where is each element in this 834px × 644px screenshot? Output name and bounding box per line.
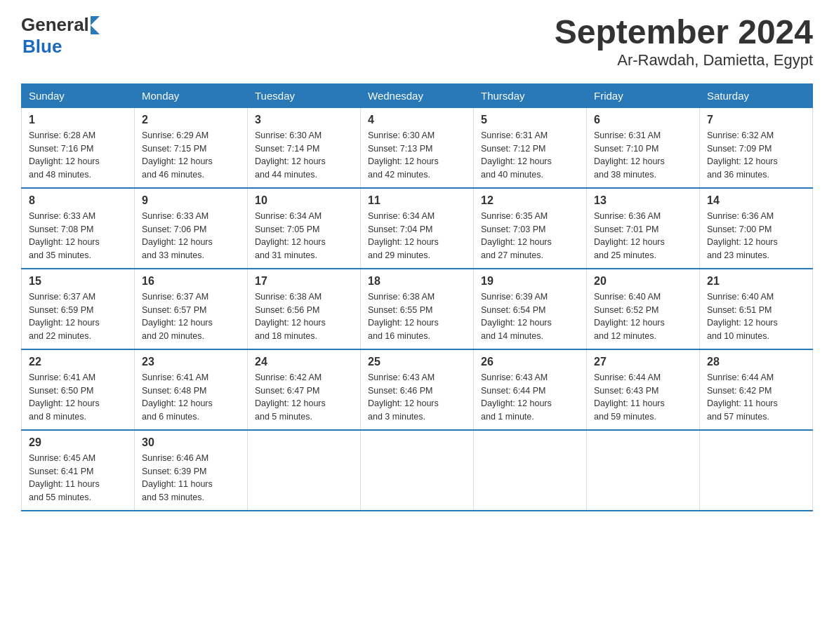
day-info: Sunrise: 6:31 AMSunset: 7:10 PMDaylight:… — [594, 129, 692, 182]
day-info: Sunrise: 6:34 AMSunset: 7:05 PMDaylight:… — [255, 210, 353, 262]
day-info: Sunrise: 6:38 AMSunset: 6:55 PMDaylight:… — [368, 290, 466, 343]
calendar-cell — [700, 430, 813, 511]
calendar-cell: 13Sunrise: 6:36 AMSunset: 7:01 PMDayligh… — [587, 188, 700, 269]
calendar-cell: 18Sunrise: 6:38 AMSunset: 6:55 PMDayligh… — [361, 269, 474, 349]
calendar-cell: 15Sunrise: 6:37 AMSunset: 6:59 PMDayligh… — [22, 269, 135, 349]
day-number: 2 — [142, 114, 240, 126]
day-info: Sunrise: 6:43 AMSunset: 6:46 PMDaylight:… — [368, 371, 466, 424]
day-number: 14 — [707, 194, 805, 207]
calendar-cell: 9Sunrise: 6:33 AMSunset: 7:06 PMDaylight… — [135, 188, 248, 269]
day-info: Sunrise: 6:46 AMSunset: 6:39 PMDaylight:… — [142, 452, 240, 504]
calendar-cell: 28Sunrise: 6:44 AMSunset: 6:42 PMDayligh… — [700, 349, 813, 430]
day-info: Sunrise: 6:33 AMSunset: 7:08 PMDaylight:… — [29, 210, 127, 262]
header-wednesday: Wednesday — [361, 83, 474, 107]
day-number: 24 — [255, 356, 353, 368]
day-info: Sunrise: 6:32 AMSunset: 7:09 PMDaylight:… — [707, 129, 805, 182]
header-friday: Friday — [587, 83, 700, 107]
day-info: Sunrise: 6:30 AMSunset: 7:13 PMDaylight:… — [368, 129, 466, 182]
logo: General Blue — [21, 14, 100, 58]
calendar-cell: 1Sunrise: 6:28 AMSunset: 7:16 PMDaylight… — [22, 107, 135, 188]
day-info: Sunrise: 6:41 AMSunset: 6:48 PMDaylight:… — [142, 371, 240, 424]
day-number: 5 — [481, 114, 579, 126]
day-info: Sunrise: 6:39 AMSunset: 6:54 PMDaylight:… — [481, 290, 579, 343]
day-number: 3 — [255, 114, 353, 126]
logo-general-text: General — [21, 14, 89, 36]
day-info: Sunrise: 6:45 AMSunset: 6:41 PMDaylight:… — [29, 452, 127, 504]
calendar-cell: 21Sunrise: 6:40 AMSunset: 6:51 PMDayligh… — [700, 269, 813, 349]
day-number: 15 — [29, 275, 127, 288]
calendar-cell: 5Sunrise: 6:31 AMSunset: 7:12 PMDaylight… — [474, 107, 587, 188]
day-number: 27 — [594, 356, 692, 368]
calendar-cell: 3Sunrise: 6:30 AMSunset: 7:14 PMDaylight… — [248, 107, 361, 188]
logo-blue-text: Blue — [22, 36, 62, 58]
calendar-cell: 6Sunrise: 6:31 AMSunset: 7:10 PMDaylight… — [587, 107, 700, 188]
day-number: 13 — [594, 194, 692, 207]
calendar-cell — [248, 430, 361, 511]
day-number: 4 — [368, 114, 466, 126]
header-thursday: Thursday — [474, 83, 587, 107]
day-number: 12 — [481, 194, 579, 207]
day-info: Sunrise: 6:37 AMSunset: 6:57 PMDaylight:… — [142, 290, 240, 343]
day-number: 26 — [481, 356, 579, 368]
day-info: Sunrise: 6:40 AMSunset: 6:52 PMDaylight:… — [594, 290, 692, 343]
day-number: 29 — [29, 436, 127, 449]
calendar-cell: 22Sunrise: 6:41 AMSunset: 6:50 PMDayligh… — [22, 349, 135, 430]
calendar-cell — [587, 430, 700, 511]
day-info: Sunrise: 6:40 AMSunset: 6:51 PMDaylight:… — [707, 290, 805, 343]
day-info: Sunrise: 6:36 AMSunset: 7:01 PMDaylight:… — [594, 210, 692, 262]
day-info: Sunrise: 6:38 AMSunset: 6:56 PMDaylight:… — [255, 290, 353, 343]
day-info: Sunrise: 6:31 AMSunset: 7:12 PMDaylight:… — [481, 129, 579, 182]
calendar-cell: 16Sunrise: 6:37 AMSunset: 6:57 PMDayligh… — [135, 269, 248, 349]
calendar-week-row: 22Sunrise: 6:41 AMSunset: 6:50 PMDayligh… — [22, 349, 813, 430]
calendar-cell: 8Sunrise: 6:33 AMSunset: 7:08 PMDaylight… — [22, 188, 135, 269]
day-number: 23 — [142, 356, 240, 368]
day-number: 19 — [481, 275, 579, 288]
day-number: 30 — [142, 436, 240, 449]
day-info: Sunrise: 6:42 AMSunset: 6:47 PMDaylight:… — [255, 371, 353, 424]
day-info: Sunrise: 6:41 AMSunset: 6:50 PMDaylight:… — [29, 371, 127, 424]
day-info: Sunrise: 6:43 AMSunset: 6:44 PMDaylight:… — [481, 371, 579, 424]
calendar-cell: 7Sunrise: 6:32 AMSunset: 7:09 PMDaylight… — [700, 107, 813, 188]
day-number: 6 — [594, 114, 692, 126]
header-monday: Monday — [135, 83, 248, 107]
day-number: 9 — [142, 194, 240, 207]
calendar-cell: 10Sunrise: 6:34 AMSunset: 7:05 PMDayligh… — [248, 188, 361, 269]
calendar-cell: 30Sunrise: 6:46 AMSunset: 6:39 PMDayligh… — [135, 430, 248, 511]
day-number: 17 — [255, 275, 353, 288]
calendar-cell — [474, 430, 587, 511]
calendar-week-row: 1Sunrise: 6:28 AMSunset: 7:16 PMDaylight… — [22, 107, 813, 188]
day-info: Sunrise: 6:33 AMSunset: 7:06 PMDaylight:… — [142, 210, 240, 262]
day-info: Sunrise: 6:36 AMSunset: 7:00 PMDaylight:… — [707, 210, 805, 262]
title-block: September 2024 Ar-Rawdah, Damietta, Egyp… — [555, 14, 813, 69]
calendar-cell: 29Sunrise: 6:45 AMSunset: 6:41 PMDayligh… — [22, 430, 135, 511]
calendar-cell: 17Sunrise: 6:38 AMSunset: 6:56 PMDayligh… — [248, 269, 361, 349]
day-number: 20 — [594, 275, 692, 288]
day-number: 7 — [707, 114, 805, 126]
day-number: 16 — [142, 275, 240, 288]
day-info: Sunrise: 6:44 AMSunset: 6:42 PMDaylight:… — [707, 371, 805, 424]
calendar-cell: 2Sunrise: 6:29 AMSunset: 7:15 PMDaylight… — [135, 107, 248, 188]
day-number: 18 — [368, 275, 466, 288]
calendar-header-row: SundayMondayTuesdayWednesdayThursdayFrid… — [22, 83, 813, 107]
day-number: 28 — [707, 356, 805, 368]
calendar-week-row: 15Sunrise: 6:37 AMSunset: 6:59 PMDayligh… — [22, 269, 813, 349]
day-number: 11 — [368, 194, 466, 207]
day-info: Sunrise: 6:34 AMSunset: 7:04 PMDaylight:… — [368, 210, 466, 262]
day-info: Sunrise: 6:30 AMSunset: 7:14 PMDaylight:… — [255, 129, 353, 182]
day-info: Sunrise: 6:37 AMSunset: 6:59 PMDaylight:… — [29, 290, 127, 343]
header-sunday: Sunday — [22, 83, 135, 107]
day-info: Sunrise: 6:35 AMSunset: 7:03 PMDaylight:… — [481, 210, 579, 262]
calendar-table: SundayMondayTuesdayWednesdayThursdayFrid… — [21, 83, 813, 511]
day-number: 25 — [368, 356, 466, 368]
calendar-cell: 24Sunrise: 6:42 AMSunset: 6:47 PMDayligh… — [248, 349, 361, 430]
calendar-cell: 26Sunrise: 6:43 AMSunset: 6:44 PMDayligh… — [474, 349, 587, 430]
calendar-week-row: 8Sunrise: 6:33 AMSunset: 7:08 PMDaylight… — [22, 188, 813, 269]
header-saturday: Saturday — [700, 83, 813, 107]
calendar-cell: 27Sunrise: 6:44 AMSunset: 6:43 PMDayligh… — [587, 349, 700, 430]
day-number: 10 — [255, 194, 353, 207]
calendar-cell: 11Sunrise: 6:34 AMSunset: 7:04 PMDayligh… — [361, 188, 474, 269]
calendar-cell: 20Sunrise: 6:40 AMSunset: 6:52 PMDayligh… — [587, 269, 700, 349]
day-info: Sunrise: 6:29 AMSunset: 7:15 PMDaylight:… — [142, 129, 240, 182]
day-number: 8 — [29, 194, 127, 207]
calendar-cell — [361, 430, 474, 511]
